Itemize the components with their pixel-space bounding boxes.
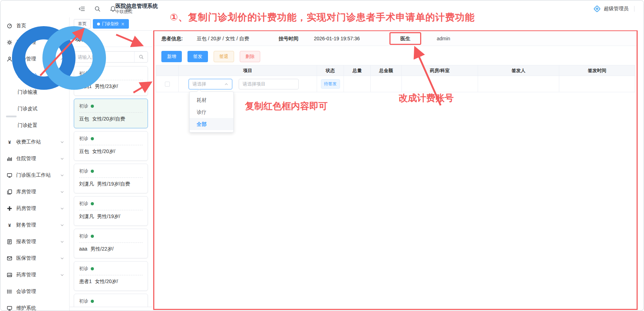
billing-main-panel: 患者信息: 豆包 / 20岁 / 女性 / 自费 挂号时间 2026-01-19…	[153, 30, 638, 310]
registration-time-label: 挂号时间	[279, 31, 298, 46]
dropdown-option-diagnosis[interactable]: 诊疗	[190, 106, 233, 118]
row-checkbox[interactable]	[165, 82, 170, 87]
chevron-down-icon	[60, 273, 64, 277]
yen-icon: ¥	[7, 222, 12, 228]
status-dot-icon	[91, 170, 94, 173]
status-dot-icon	[91, 235, 94, 238]
monitor-icon	[7, 305, 12, 311]
svg-text:¥: ¥	[8, 222, 11, 228]
medical-badge-icon	[593, 5, 601, 13]
sidebar-item-drug-storage-mgmt[interactable]: 药库管理	[0, 266, 69, 283]
header-divider	[634, 6, 634, 12]
sidebar-item-charging-workstation[interactable]: ¥收费工作站	[0, 134, 69, 150]
add-button[interactable]: 新增	[161, 51, 182, 62]
billing-items-table: 项目 状态 总量 总金额 药房/科室 签发人 签发时间	[156, 65, 635, 92]
search-icon[interactable]	[94, 6, 101, 12]
picture-icon	[7, 272, 12, 278]
chevron-down-icon	[60, 256, 64, 260]
sidebar-item-outpatient-treatment[interactable]: 门诊处置	[0, 117, 69, 134]
patient-info-label: 患者信息:	[161, 31, 183, 46]
doctor-label: 医生	[390, 31, 421, 46]
logo-caption	[6, 116, 17, 117]
annotation-top-text: ①、复制门诊划价的计费功能，实现对门诊患者手术申请单的计费功能	[170, 11, 475, 24]
sidebar-item-maintenance-system[interactable]: 维护系统	[0, 300, 69, 311]
dropdown-option-all[interactable]: 全部	[190, 118, 233, 130]
item-category-select[interactable]: 请选择	[189, 79, 232, 89]
patient-card[interactable]: 初诊 患者1女性/20岁/	[74, 261, 148, 291]
svg-text:¥: ¥	[8, 139, 11, 145]
sidebar-item-report-mgmt[interactable]: 报表管理	[0, 233, 69, 250]
logo-icon	[6, 108, 112, 114]
chevron-down-icon	[60, 206, 64, 211]
dropdown-option-consumables[interactable]: 耗材	[190, 94, 233, 106]
sign-out-button[interactable]: 签退	[214, 51, 234, 62]
envelope-icon	[7, 256, 12, 261]
column-issue-time: 签发时间	[559, 65, 635, 76]
toolbar: 新增 签发 签退 删除	[161, 51, 260, 62]
app-logo: 医院信息管理系统 中联医院	[6, 3, 158, 113]
notification-bell-icon[interactable]	[110, 6, 116, 12]
documents-icon	[7, 189, 12, 195]
yen-icon: ¥	[7, 139, 12, 145]
status-dot-icon	[91, 300, 94, 303]
sidebar-item-pharmacy-mgmt[interactable]: 药房管理	[0, 200, 69, 217]
list-icon	[7, 289, 12, 294]
annotation-middle-text: 复制红色框内容即可	[245, 100, 328, 112]
status-dot-icon	[91, 137, 94, 140]
hospital-information-system-window: 医院信息管理系统 中联医院 超级管理员 首页 系统管理 门诊管理 门诊划价 门诊…	[0, 0, 644, 311]
report-file-icon	[7, 239, 12, 245]
chevron-down-icon	[60, 157, 64, 161]
patient-card[interactable]: 初诊 豆包女性/20岁/	[74, 131, 148, 161]
patient-info-value: 豆包 / 20岁 / 女性 / 自费	[197, 31, 249, 46]
patient-card[interactable]: 初诊	[74, 294, 148, 307]
delete-button[interactable]: 删除	[240, 51, 260, 62]
status-dot-icon	[91, 202, 94, 205]
medical-cross-icon	[7, 206, 12, 211]
registration-time-value: 2026-01-19 19:57:36	[314, 31, 360, 46]
column-issuer: 签发人	[478, 65, 559, 76]
chevron-down-icon	[60, 173, 64, 177]
sidebar-item-inpatient-mgmt[interactable]: 住院管理	[0, 150, 69, 167]
sidebar-item-warehouse-mgmt[interactable]: 库房管理	[0, 183, 69, 200]
column-total-amount: 总金额	[371, 65, 402, 76]
patient-card[interactable]: 初诊 刘潇凡男性/19岁/	[74, 196, 148, 226]
chevron-down-icon	[60, 240, 64, 244]
sidebar-item-outpatient-doctor-workstation[interactable]: 门诊医生工作站	[0, 167, 69, 183]
table-row: 请选择 待签发	[156, 76, 635, 92]
chevron-down-icon	[60, 223, 64, 227]
fullscreen-icon[interactable]	[125, 6, 132, 12]
column-item: 项目	[179, 65, 317, 76]
chevron-down-icon	[60, 140, 64, 144]
user-menu[interactable]: 超级管理员	[593, 0, 634, 17]
monitor-icon	[7, 172, 12, 178]
column-status: 状态	[317, 65, 344, 76]
patient-card[interactable]: 初诊 刘潇凡男性/19岁/自费	[74, 164, 148, 193]
sidebar-item-medical-insurance-mgmt[interactable]: 医保管理	[0, 250, 69, 266]
collapse-sidebar-icon[interactable]	[79, 6, 85, 12]
chevron-down-icon	[60, 190, 64, 194]
sidebar-item-consultation-mgmt[interactable]: 会诊管理	[0, 283, 69, 300]
chevron-up-icon	[224, 82, 228, 86]
bar-chart-icon	[7, 156, 12, 162]
column-total-qty: 总量	[344, 65, 371, 76]
doctor-value: admin	[437, 31, 450, 46]
patient-info-bar: 患者信息: 豆包 / 20岁 / 女性 / 自费 挂号时间 2026-01-19…	[154, 31, 637, 46]
status-badge: 待签发	[321, 79, 340, 89]
column-checkbox	[156, 65, 179, 76]
column-pharmacy-dept: 药房/科室	[402, 65, 478, 76]
patient-card[interactable]: 初诊 aaa男性/22岁/	[74, 229, 148, 258]
status-dot-icon	[91, 267, 94, 270]
issue-button[interactable]: 签发	[187, 51, 208, 62]
user-role-label: 超级管理员	[604, 6, 628, 12]
item-search-input[interactable]	[239, 79, 299, 89]
annotation-right-text: 改成计费账号	[399, 92, 454, 104]
table-header-row: 项目 状态 总量 总金额 药房/科室 签发人 签发时间	[156, 65, 635, 76]
sidebar-item-finance-mgmt[interactable]: ¥财务管理	[0, 217, 69, 233]
category-dropdown-menu: 耗材 诊疗 全部	[189, 92, 234, 133]
